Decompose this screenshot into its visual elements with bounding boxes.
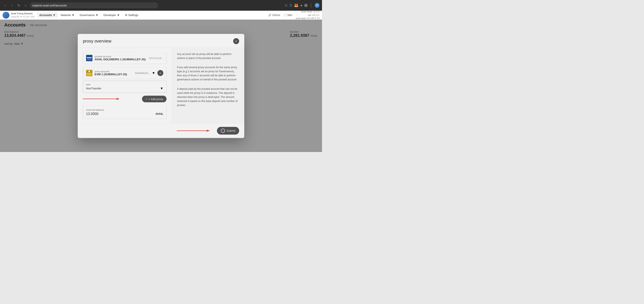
svg-rect-7 (87, 73, 92, 75)
modal-title: proxy overview (83, 39, 111, 44)
nav-item-accounts[interactable]: Accounts ▼ (37, 13, 58, 18)
nav-item-network[interactable]: Network ▼ (58, 13, 77, 18)
remove-proxy-button[interactable]: × (157, 70, 163, 76)
svg-marker-11 (116, 98, 120, 100)
brand[interactable]: Avail Turing Network avail/39 ▼ #1,047,4… (2, 12, 34, 19)
proxy-account-address: 5GvF6GLPu... (135, 72, 150, 74)
svg-rect-2 (90, 56, 91, 57)
proxy-overview-modal: proxy overview × (78, 34, 244, 138)
github-link[interactable]: 🔗 GitHub (268, 14, 280, 17)
brand-name: Avail Turing Network (11, 12, 34, 15)
info-section-3: A deposit paid by the proxied account th… (177, 87, 239, 107)
nav-label-developer: Developer (103, 14, 116, 17)
add-proxy-arrow (83, 98, 121, 101)
proxy-account-name: EVM 1 (SUBWALLET-JS) (94, 73, 134, 76)
brand-logo (2, 12, 10, 19)
svg-rect-8 (88, 71, 88, 72)
svg-rect-4 (88, 59, 91, 60)
modal-left-panel: proxied account AVAIL GOLDBERG 1 (SUBWAL… (78, 48, 172, 123)
refresh-button[interactable]: ↻ (16, 4, 21, 8)
svg-rect-1 (88, 56, 88, 57)
modal-footer: → Submit (78, 123, 244, 138)
svg-marker-13 (207, 130, 210, 132)
svg-rect-9 (90, 71, 91, 72)
url-text: explorer.avail.so/#/accounts (32, 4, 66, 7)
info-text-3: A deposit paid by the proxied account th… (177, 87, 239, 107)
proxied-account-label: proxied account (94, 55, 147, 58)
submit-arrow (177, 129, 211, 132)
type-label: type (86, 83, 163, 86)
star-icon[interactable]: ☆ (284, 3, 288, 8)
type-value: NonTransfer (86, 87, 102, 90)
circle-icon[interactable]: ● (300, 3, 302, 8)
brand-block: avail/39 ▼ #1,047,434 (11, 15, 34, 18)
proxy-dropdown-icon[interactable]: ▼ (152, 71, 155, 75)
reserved-balance-label: reserved balance (86, 108, 163, 111)
proxy-account-avatar (86, 70, 92, 76)
proxied-account-avatar (86, 55, 92, 61)
reserved-balance-row: 13.0000 AVAIL (86, 112, 163, 116)
nav-label-settings: Settings (128, 14, 138, 17)
proxy-account-row: proxy account EVM 1 (SUBWALLET-JS) 5GvF6… (83, 67, 166, 79)
api-text: api v14.3.1 (296, 14, 320, 17)
type-chevron-icon: ▼ (160, 86, 163, 90)
svg-rect-6 (88, 71, 90, 72)
chevron-down-icon: ▼ (117, 14, 120, 17)
proxied-account-info: proxied account AVAIL GOLDBERG 1 (SUBWAL… (94, 55, 147, 61)
add-proxy-label: + Add proxy (148, 97, 163, 101)
page-background: Accounts › My accounts total balance 13,… (0, 20, 322, 152)
close-button[interactable]: × (233, 38, 239, 44)
top-navigation: Avail Turing Network avail/39 ▼ #1,047,4… (0, 11, 322, 20)
brand-text: Avail Turing Network avail/39 ▼ #1,047,4… (11, 12, 34, 18)
proxy-input-area: proxy account EVM 1 (SUBWALLET-JS) 5GvF6… (94, 70, 155, 76)
wiki-link[interactable]: 📄 Wiki (284, 14, 292, 17)
puzzle-icon[interactable]: ⊞ (304, 3, 308, 8)
reserved-balance-unit: AVAIL (156, 112, 163, 115)
proxied-account-card: proxied account AVAIL GOLDBERG 1 (SUBWAL… (83, 52, 166, 64)
proxied-account-address: 5DDY2yzh8... (149, 57, 163, 59)
add-proxy-area: + + Add proxy (83, 96, 166, 102)
proxy-account-label: proxy account (94, 70, 134, 73)
home-button[interactable]: ⌂ (23, 4, 28, 7)
shield-icon: S (290, 3, 292, 8)
nav-item-developer[interactable]: Developer ▼ (101, 13, 122, 18)
info-section-1: Any account set as proxy will be able to… (177, 52, 239, 60)
nav-label-accounts: Accounts (39, 14, 52, 17)
info-section-2: If you add several proxy accounts for th… (177, 65, 239, 82)
plus-icon: + (146, 97, 147, 101)
nav-label-governance: Governance (80, 14, 95, 17)
profile-icon[interactable]: P (315, 3, 320, 8)
settings-icon: ⚙ (125, 14, 128, 17)
chevron-down-icon: ▼ (53, 14, 56, 17)
nav-right: 🔗 GitHub 📄 Wiki Avail Node v2.2.0 api v1… (268, 10, 320, 20)
forward-button[interactable]: › (10, 4, 14, 7)
modal-right-panel: Any account set as proxy will be able to… (172, 48, 244, 123)
brand-sub2: #1,047,434 (23, 16, 34, 18)
modal-header: proxy overview × (78, 34, 244, 48)
submit-button[interactable]: → Submit (217, 127, 239, 134)
reserved-balance-box: reserved balance 13.0000 AVAIL (83, 105, 166, 119)
modal-body: proxied account AVAIL GOLDBERG 1 (SUBWAL… (78, 48, 244, 123)
type-value-row: NonTransfer ▼ (86, 86, 163, 90)
info-text-2: If you add several proxy accounts for th… (177, 65, 239, 82)
menu-icon[interactable]: ⋮ (309, 3, 313, 8)
browser-chrome: ‹ › ↻ ⌂ explorer.avail.so/#/accounts ☆ S… (0, 0, 322, 11)
nav-item-settings[interactable]: ⚙ Settings (123, 13, 140, 18)
version-text: Avail Node v2.2.0 (296, 10, 320, 13)
chevron-down-icon: ▼ (96, 14, 98, 17)
brand-sub1: avail/39 (11, 16, 19, 18)
info-text-1: Any account set as proxy will be able to… (177, 52, 239, 60)
back-button[interactable]: ‹ (2, 4, 8, 7)
address-bar[interactable]: explorer.avail.so/#/accounts (30, 2, 158, 8)
type-selector[interactable]: type NonTransfer ▼ (83, 81, 166, 93)
nav-label-network: Network (61, 14, 71, 17)
reserved-balance-value: 13.0000 (86, 112, 98, 116)
fox-icon[interactable]: 🦊 (294, 3, 298, 8)
browser-toolbar: ☆ S 🦊 ● ⊞ ⋮ P (284, 3, 320, 8)
nav-item-governance[interactable]: Governance ▼ (78, 13, 100, 18)
submit-label: Submit (227, 129, 235, 132)
submit-icon: → (221, 129, 225, 133)
add-proxy-button[interactable]: + + Add proxy (142, 96, 166, 102)
version-info: Avail Node v2.2.0 api v14.3.1 avail-apps… (296, 10, 320, 20)
proxied-account-name: AVAIL GOLDBERG 1 (SUBWALLET-JS) (94, 58, 147, 61)
